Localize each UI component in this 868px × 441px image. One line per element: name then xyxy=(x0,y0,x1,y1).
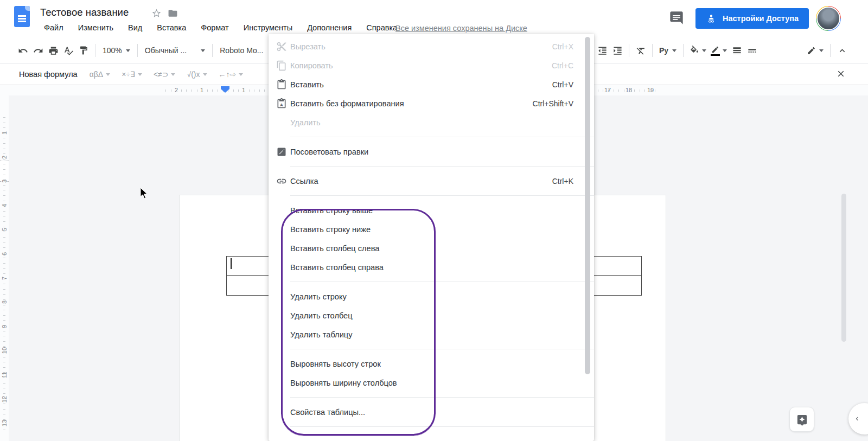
ruler-label: 13 xyxy=(1,418,8,429)
ruler-label: 8 xyxy=(1,297,8,308)
equation-group-math-operations[interactable]: √()x xyxy=(187,70,207,79)
ruler-label: 5 xyxy=(1,224,8,235)
current-border-color-swatch xyxy=(711,54,720,56)
comments-button[interactable] xyxy=(669,10,685,25)
undo-button[interactable] xyxy=(15,43,30,58)
ruler-label: 1 xyxy=(1,127,8,138)
menu-item[interactable]: Посоветовать правки xyxy=(269,142,594,161)
fill-color-icon xyxy=(690,46,699,55)
star-icon[interactable] xyxy=(151,8,162,21)
move-to-folder-icon[interactable] xyxy=(168,8,178,21)
menu-item[interactable]: Удалить таблицу xyxy=(269,325,594,344)
menu-item-label: Вставить xyxy=(290,80,552,89)
ruler-label: 7 xyxy=(1,273,8,284)
google-docs-logo-icon[interactable] xyxy=(14,6,30,27)
menubar-item-addons[interactable]: Дополнения xyxy=(307,23,352,32)
redo-icon xyxy=(33,46,43,56)
paragraph-style-select[interactable]: Обычный ... xyxy=(142,43,208,58)
equation-group-relations[interactable]: <≠⊃ xyxy=(154,70,176,79)
menubar: ФайлИзменитьВидВставкаФорматИнструментыД… xyxy=(44,23,397,32)
share-settings-button[interactable]: Настройки Доступа xyxy=(695,8,809,29)
menu-item-label: Вставить столбец слева xyxy=(290,244,573,253)
menu-scrollbar[interactable] xyxy=(585,37,590,374)
menu-item[interactable]: Вставить строку ниже xyxy=(269,220,594,239)
menubar-item-insert[interactable]: Вставка xyxy=(157,23,186,32)
equation-group-label: √()x xyxy=(187,70,200,79)
scissors-icon xyxy=(275,41,288,52)
copy-icon xyxy=(275,60,288,71)
menu-item[interactable]: Вставить столбец слева xyxy=(269,239,594,258)
menubar-item-view[interactable]: Вид xyxy=(128,23,142,32)
menu-item: Удалить xyxy=(269,113,594,132)
paint-roller-icon xyxy=(79,46,88,55)
menu-item-label: Удалить таблицу xyxy=(290,330,573,339)
outdent-button[interactable] xyxy=(595,43,610,58)
menu-item[interactable]: Выровнять ширину столбцов xyxy=(269,373,594,392)
border-color-button[interactable] xyxy=(709,43,729,58)
save-status-link[interactable]: Все изменения сохранены на Диске xyxy=(395,24,527,33)
menubar-item-format[interactable]: Формат xyxy=(201,23,229,32)
menu-item: КопироватьCtrl+C xyxy=(269,56,594,75)
spellcheck-button[interactable] xyxy=(61,43,76,58)
menu-item[interactable]: AВставить без форматированияCtrl+Shift+V xyxy=(269,94,594,113)
indent-marker[interactable] xyxy=(221,86,229,93)
menu-item[interactable]: СсылкаCtrl+K xyxy=(269,171,594,190)
paint-format-button[interactable] xyxy=(76,43,91,58)
chevron-up-icon xyxy=(837,46,847,56)
menu-item[interactable]: Вставить столбец справа xyxy=(269,258,594,277)
equation-group-greek-symbols[interactable]: αβΔ xyxy=(90,70,111,79)
border-color-pencil-icon xyxy=(711,46,719,54)
menubar-item-tools[interactable]: Инструменты xyxy=(244,23,292,32)
font-family-value: Roboto Mo... xyxy=(220,46,263,55)
fill-color-button[interactable] xyxy=(687,43,709,58)
input-tools-select[interactable]: Ру xyxy=(656,43,679,58)
print-button[interactable] xyxy=(46,43,61,58)
equation-group-arrows[interactable]: ←↑⇨ xyxy=(219,70,244,79)
text-cursor xyxy=(231,258,232,269)
edit-pencil-icon xyxy=(807,46,816,55)
menubar-item-edit[interactable]: Изменить xyxy=(78,23,113,32)
menu-item[interactable]: Удалить столбец xyxy=(269,306,594,325)
document-title[interactable]: Тестовое название xyxy=(40,7,129,18)
menu-item[interactable]: Удалить строку xyxy=(269,287,594,306)
menu-separator xyxy=(290,195,594,196)
close-equation-toolbar-button[interactable] xyxy=(834,68,847,81)
equation-group-label: αβΔ xyxy=(90,70,104,79)
indent-button[interactable] xyxy=(610,43,625,58)
ruler-label: 17 xyxy=(604,87,611,93)
chevron-down-icon xyxy=(106,73,110,76)
clear-formatting-icon xyxy=(636,46,646,56)
chevron-left-icon xyxy=(853,415,861,423)
collapse-toolbar-button[interactable] xyxy=(834,43,850,58)
line-dash-icon xyxy=(747,46,757,56)
zoom-select[interactable]: 100% xyxy=(99,43,133,58)
ruler-label: 1 xyxy=(200,87,203,93)
menubar-item-help[interactable]: Справка xyxy=(366,23,397,32)
menu-item-label: Вставить столбец справа xyxy=(290,263,573,272)
spellcheck-icon xyxy=(63,46,74,56)
menu-item[interactable]: ВставитьCtrl+V xyxy=(269,75,594,94)
equation-group-label: ←↑⇨ xyxy=(219,70,237,79)
menu-item[interactable]: Свойства таблицы... xyxy=(269,402,594,421)
menu-item-label: Свойства таблицы... xyxy=(290,408,573,417)
avatar[interactable] xyxy=(816,6,841,31)
menu-item[interactable]: Вставить строку выше xyxy=(269,201,594,220)
font-family-select[interactable]: Roboto Mo... xyxy=(216,43,266,58)
ruler-label: 10 xyxy=(1,345,8,356)
menu-item-label: Ссылка xyxy=(290,177,552,186)
chevron-down-icon xyxy=(171,73,175,76)
share-button-label: Настройки Доступа xyxy=(723,14,799,23)
equation-group-operators[interactable]: ×÷∃ xyxy=(122,70,142,79)
clipboard-icon xyxy=(275,79,288,90)
document-scrollbar[interactable] xyxy=(841,194,846,342)
redo-button[interactable] xyxy=(30,43,46,58)
new-formula-button[interactable]: Новая формула xyxy=(19,70,78,79)
border-dash-button[interactable] xyxy=(744,43,760,58)
menubar-item-file[interactable]: Файл xyxy=(44,23,63,32)
clear-formatting-button[interactable] xyxy=(633,43,648,58)
editing-mode-select[interactable] xyxy=(804,43,826,58)
ruler-label: 4 xyxy=(1,200,8,211)
explore-button[interactable] xyxy=(789,407,814,432)
menu-item[interactable]: Выровнять высоту строк xyxy=(269,354,594,373)
border-width-button[interactable] xyxy=(729,43,744,58)
